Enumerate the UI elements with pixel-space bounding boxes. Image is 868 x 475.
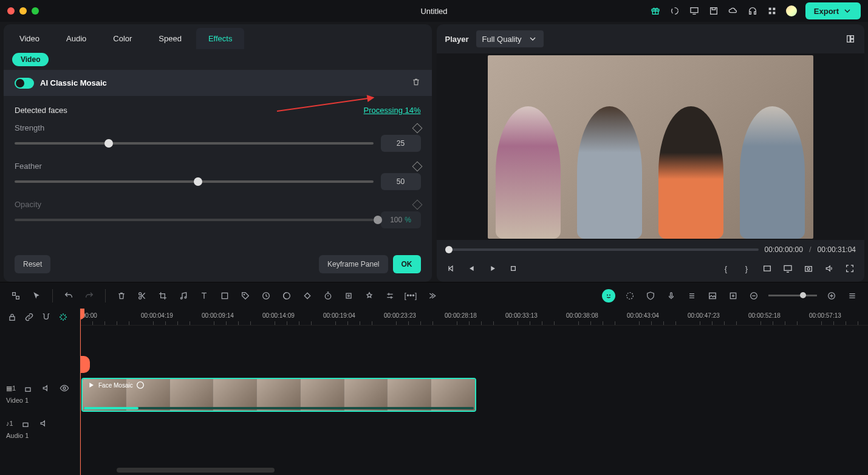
timer-icon[interactable] [322,290,334,302]
ruler-tick: 00:00:28:18 [445,312,477,319]
maximize-window[interactable] [32,7,39,15]
feather-value[interactable]: 50 [381,173,421,190]
delete-effect-button[interactable] [411,77,421,89]
playhead[interactable] [80,309,81,475]
tab-audio[interactable]: Audio [54,28,98,49]
list-icon[interactable] [686,290,698,302]
keyframe-opacity[interactable] [412,199,422,210]
mask-icon[interactable] [219,290,231,302]
effect-clip-tab[interactable] [80,356,90,373]
preview-viewport[interactable] [437,53,865,240]
track-options-icon[interactable] [846,290,858,302]
stop-button[interactable] [507,262,519,275]
layout-icon[interactable] [845,33,856,44]
save-icon[interactable] [708,5,719,16]
cursor-tool-icon[interactable] [30,290,43,302]
svg-point-39 [733,295,734,296]
ai-assistant-icon[interactable] [602,289,615,302]
tracking-icon[interactable] [343,290,355,302]
aspectratio-icon[interactable] [761,262,773,275]
select-tool-icon[interactable] [10,290,22,302]
opacity-slider[interactable] [15,219,374,221]
tab-speed[interactable]: Speed [146,28,194,49]
tag-icon[interactable] [239,290,251,302]
display-icon[interactable] [782,262,794,275]
opacity-value[interactable]: 100% [381,211,421,228]
color-icon[interactable] [281,290,293,302]
player-label: Player [445,35,469,44]
timeline-tracks[interactable]: :00:0000:00:04:1900:00:09:1400:00:14:090… [80,309,868,475]
keyframe-strength[interactable] [412,123,422,133]
opacity-label: Opacity [15,200,41,209]
monitor-icon[interactable] [689,5,700,16]
keyframe-feather[interactable] [412,161,422,171]
more-tools-icon[interactable] [425,290,437,302]
zoom-slider[interactable] [768,295,817,296]
magnet-icon[interactable] [40,311,52,323]
link-tracks-icon[interactable] [23,311,35,323]
lock-tracks-icon[interactable] [6,311,18,323]
adjust-icon[interactable] [384,290,396,302]
reset-button[interactable]: Reset [15,255,50,273]
crop-icon[interactable] [157,290,169,302]
mark-out-icon[interactable]: } [740,262,753,275]
minimize-window[interactable] [19,7,27,15]
pill-video[interactable]: Video [12,53,49,66]
track-mute-icon[interactable] [40,382,52,394]
track-lock-icon[interactable] [22,382,34,394]
music-icon[interactable] [177,290,190,302]
svg-rect-36 [671,292,672,296]
redo-icon[interactable] [83,290,95,302]
keyframe-panel-button[interactable]: Keyframe Panel [319,255,388,273]
zoom-in-icon[interactable] [825,290,838,302]
tab-color[interactable]: Color [101,28,144,49]
strength-value[interactable]: 25 [381,135,421,152]
keyframe-tool-icon[interactable] [301,290,313,302]
prev-frame-button[interactable] [445,262,457,275]
svg-rect-37 [709,293,716,298]
effects-tool-icon[interactable] [363,290,375,302]
close-window[interactable] [7,7,15,15]
svg-rect-3 [691,8,698,13]
speed-icon[interactable] [260,290,272,302]
time-ruler[interactable]: :00:0000:00:04:1900:00:09:1400:00:14:090… [80,309,868,326]
quality-select[interactable]: Full Quality [476,30,544,47]
avatar[interactable] [786,5,797,16]
audio-lock-icon[interactable] [19,417,32,429]
tab-effects[interactable]: Effects [196,28,245,49]
scrub-bar[interactable] [445,248,759,251]
video-clip[interactable]: Face Mosaic [81,378,476,412]
timeline-scrollbar[interactable] [117,468,275,473]
effect-toggle[interactable] [15,78,34,89]
split-icon[interactable] [136,290,148,302]
mic-icon[interactable] [665,290,677,302]
mark-in-icon[interactable]: { [720,262,732,275]
headphones-icon[interactable] [747,5,758,16]
zoom-out-icon[interactable] [748,290,760,302]
ok-button[interactable]: OK [393,255,421,273]
play-button[interactable] [487,262,499,275]
undo-icon[interactable] [63,290,75,302]
play-reverse-button[interactable] [466,262,478,275]
tab-video[interactable]: Video [7,28,52,49]
gift-icon[interactable] [650,5,661,16]
audio-mute-icon[interactable] [38,417,50,429]
volume-icon[interactable] [823,262,835,275]
cloud-icon[interactable] [728,5,739,16]
track-visible-icon[interactable] [58,382,70,394]
auto-icon[interactable] [57,311,69,323]
text-icon[interactable] [198,290,210,302]
marker-icon[interactable]: [•••] [405,290,417,302]
screenshot-icon[interactable] [727,290,739,302]
svg-point-46 [137,382,143,389]
strength-slider[interactable] [15,142,374,145]
export-button[interactable]: Export [805,2,861,19]
fullscreen-icon[interactable] [844,262,856,275]
feather-slider[interactable] [15,180,374,183]
grid-icon[interactable] [767,5,777,16]
delete-icon[interactable] [115,290,128,302]
snapshot-icon[interactable] [802,262,815,275]
picture-icon[interactable] [706,290,719,302]
video-track-label: Video 1 [6,397,73,404]
shield-icon[interactable] [644,290,657,302]
